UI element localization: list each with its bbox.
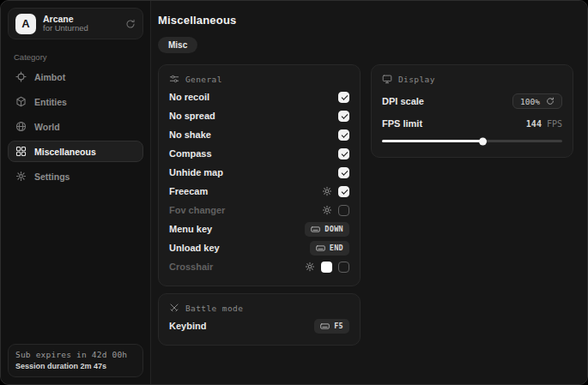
setting-row-no-shake: No shake bbox=[169, 125, 349, 144]
no-shake-checkbox[interactable] bbox=[338, 129, 349, 141]
grid-icon bbox=[15, 146, 27, 157]
cube-icon bbox=[15, 96, 27, 107]
sidebar-item-label: Settings bbox=[34, 171, 70, 182]
app-logo: A bbox=[15, 14, 36, 34]
fov-changer-checkbox[interactable] bbox=[338, 205, 349, 216]
app-window: A Arcane for Unturned Category Aimbot En… bbox=[0, 0, 588, 385]
sidebar-item-label: World bbox=[34, 122, 60, 132]
compass-checkbox[interactable] bbox=[338, 148, 349, 159]
setting-row-freecam: Freecam bbox=[169, 182, 349, 201]
setting-label: Fov changer bbox=[169, 205, 225, 215]
display-card: Display DPI scale 100% FPS limit 144 bbox=[371, 64, 573, 158]
globe-icon bbox=[15, 121, 27, 132]
setting-label: No shake bbox=[169, 129, 211, 140]
swords-icon bbox=[169, 303, 179, 313]
sidebar-item-label: Miscellaneous bbox=[34, 147, 96, 157]
sub-expiry-text: Sub expires in 42d 00h bbox=[15, 350, 136, 359]
sidebar: A Arcane for Unturned Category Aimbot En… bbox=[1, 1, 151, 384]
crosshair-checkbox[interactable] bbox=[338, 262, 349, 273]
dpi-scale-row: DPI scale 100% bbox=[382, 93, 562, 109]
tab-bar: Misc bbox=[158, 36, 573, 53]
setting-label: No recoil bbox=[169, 92, 209, 102]
no-recoil-checkbox[interactable] bbox=[338, 92, 349, 103]
sliders-icon bbox=[169, 74, 179, 84]
setting-label: Unhide map bbox=[169, 167, 223, 177]
dpi-scale-label: DPI scale bbox=[382, 96, 424, 106]
battle-keybind-button[interactable]: F5 bbox=[314, 319, 349, 334]
unload-key-value: END bbox=[330, 244, 343, 252]
tab-misc[interactable]: Misc bbox=[158, 37, 197, 53]
sidebar-nav: Aimbot Entities World Miscellaneous Sett… bbox=[8, 66, 143, 187]
setting-label: Freecam bbox=[169, 186, 208, 196]
sidebar-item-miscellaneous[interactable]: Miscellaneous bbox=[8, 141, 143, 162]
keyboard-icon bbox=[316, 244, 325, 253]
setting-row-menu-key: Menu key DOWN bbox=[169, 220, 349, 238]
slider-thumb[interactable] bbox=[479, 137, 487, 145]
crosshair-icon bbox=[15, 71, 27, 82]
unload-key-button[interactable]: END bbox=[310, 241, 349, 256]
setting-row-unhide-map: Unhide map bbox=[169, 163, 349, 182]
brand-card: A Arcane for Unturned bbox=[8, 8, 143, 39]
setting-label: Menu key bbox=[169, 224, 212, 234]
fps-limit-unit: FPS bbox=[547, 119, 562, 129]
subscription-status-card: Sub expires in 42d 00h Session duration … bbox=[8, 344, 143, 377]
freecam-checkbox[interactable] bbox=[338, 186, 349, 197]
setting-row-crosshair: Crosshair bbox=[169, 257, 349, 276]
keyboard-icon bbox=[311, 225, 320, 234]
reset-icon bbox=[546, 97, 555, 105]
crosshair-gear-icon[interactable] bbox=[305, 262, 315, 272]
setting-row-no-spread: No spread bbox=[169, 106, 349, 125]
category-label: Category bbox=[14, 52, 137, 62]
fps-limit-label: FPS limit bbox=[382, 118, 422, 129]
setting-label: Compass bbox=[169, 148, 212, 159]
crosshair-color-swatch[interactable] bbox=[321, 262, 332, 273]
gear-icon bbox=[15, 171, 27, 182]
sidebar-item-label: Entities bbox=[34, 97, 67, 107]
setting-label: Unload key bbox=[169, 243, 220, 253]
keyboard-icon bbox=[320, 322, 330, 331]
sidebar-item-label: Aimbot bbox=[34, 72, 65, 82]
fps-limit-value: 144 bbox=[526, 119, 542, 129]
card-title: Battle mode bbox=[185, 304, 243, 313]
fps-limit-slider[interactable] bbox=[382, 137, 562, 145]
dpi-scale-value: 100% bbox=[520, 97, 540, 106]
session-duration-text: Session duration 2m 47s bbox=[15, 362, 136, 370]
freecam-gear-icon[interactable] bbox=[322, 186, 332, 196]
no-spread-checkbox[interactable] bbox=[338, 111, 349, 122]
setting-row-fov-changer: Fov changer bbox=[169, 201, 349, 220]
fps-limit-row: FPS limit 144 FPS bbox=[382, 118, 562, 129]
menu-key-value: DOWN bbox=[324, 225, 343, 233]
setting-label: Keybind bbox=[169, 321, 206, 331]
sidebar-item-world[interactable]: World bbox=[8, 116, 143, 137]
app-subtitle: for Unturned bbox=[43, 24, 118, 33]
main-content: Miscellaneous Misc General No recoil bbox=[151, 1, 587, 384]
setting-row-compass: Compass bbox=[169, 144, 349, 163]
page-title: Miscellaneous bbox=[158, 14, 573, 27]
fov-changer-gear-icon[interactable] bbox=[322, 205, 332, 215]
setting-label: Crosshair bbox=[169, 262, 213, 272]
dpi-scale-button[interactable]: 100% bbox=[512, 93, 562, 109]
unhide-map-checkbox[interactable] bbox=[338, 167, 349, 178]
battle-mode-card: Battle mode Keybind F5 bbox=[158, 293, 361, 346]
setting-row-keybind: Keybind F5 bbox=[169, 316, 349, 335]
card-title: General bbox=[185, 75, 222, 84]
sidebar-item-entities[interactable]: Entities bbox=[8, 91, 143, 112]
setting-row-unload-key: Unload key END bbox=[169, 238, 349, 257]
monitor-icon bbox=[382, 74, 392, 84]
setting-row-no-recoil: No recoil bbox=[169, 87, 349, 106]
card-title: Display bbox=[398, 75, 435, 84]
battle-keybind-value: F5 bbox=[334, 322, 343, 330]
sidebar-item-settings[interactable]: Settings bbox=[8, 165, 143, 187]
slider-fill bbox=[382, 140, 483, 142]
sync-icon[interactable] bbox=[125, 19, 136, 29]
setting-label: No spread bbox=[169, 111, 215, 121]
general-card: General No recoil No spread No shake bbox=[158, 64, 361, 286]
sidebar-item-aimbot[interactable]: Aimbot bbox=[8, 66, 143, 87]
menu-key-button[interactable]: DOWN bbox=[305, 222, 349, 237]
